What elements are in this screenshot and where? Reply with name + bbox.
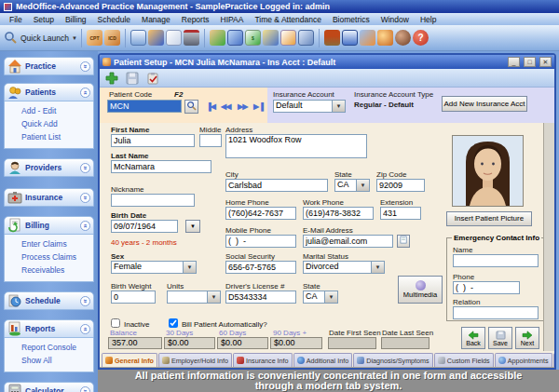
patient-card-icon[interactable]	[130, 30, 146, 46]
work-phone-input[interactable]	[303, 207, 374, 220]
state-select[interactable]: CA	[334, 179, 370, 192]
tab-general-info[interactable]: General Info	[102, 353, 157, 367]
minimize-button[interactable]: _	[508, 57, 520, 67]
menu-setup[interactable]: Setup	[28, 15, 60, 24]
sidebar-item-practice[interactable]: Practice	[4, 57, 94, 75]
sidebar-item-add-edit[interactable]: Add - Edit	[5, 104, 93, 117]
tab-insurance-info[interactable]: Insurance Info	[233, 353, 293, 367]
quick-launch-button[interactable]: Quick Launch ▼	[4, 31, 77, 45]
maximize-button[interactable]: □	[524, 57, 536, 67]
birth-date-input[interactable]	[111, 220, 178, 233]
sidebar-item-enter-claims[interactable]: Enter Claims	[5, 237, 93, 250]
last-name-input[interactable]	[111, 160, 211, 173]
save-toolbar-button[interactable]	[124, 71, 141, 86]
menu-manage[interactable]: Manage	[136, 15, 176, 24]
menu-billing[interactable]: Billing	[60, 15, 92, 24]
email-send-button[interactable]	[397, 235, 410, 248]
help-icon[interactable]: ?	[413, 30, 429, 46]
close-button[interactable]: ✕	[539, 57, 552, 67]
sidebar-item-show-all[interactable]: Show All	[5, 354, 93, 367]
menu-schedule[interactable]: Schedule	[92, 15, 136, 24]
drivers-license-input[interactable]	[225, 291, 296, 304]
network-users-icon[interactable]	[360, 30, 375, 46]
sidebar-item-schedule[interactable]: Schedule	[4, 291, 94, 310]
save-button[interactable]: Save	[488, 327, 512, 349]
city-input[interactable]	[225, 179, 328, 192]
back-button[interactable]: Back	[461, 327, 485, 349]
sidebar-item-reports[interactable]: Reports	[4, 319, 94, 338]
menu-help[interactable]: Help	[415, 15, 442, 24]
menu-file[interactable]: File	[4, 15, 28, 24]
alerts-icon[interactable]	[377, 30, 393, 46]
address-input[interactable]: 1021 Woodfox Row	[225, 134, 367, 158]
sidebar-item-insurance[interactable]: Insurance	[4, 188, 94, 207]
tab-appointments[interactable]: Appointments	[495, 353, 552, 367]
multimedia-button[interactable]: Multimedia	[398, 276, 443, 304]
sidebar-item-patient-list[interactable]: Patient List	[5, 130, 93, 143]
menu-window[interactable]: Window	[375, 15, 415, 24]
sidebar-item-providers[interactable]: Providers	[4, 158, 94, 177]
tab-employer-hold-info[interactable]: Employer/Hold Info	[158, 353, 232, 367]
nickname-input[interactable]	[111, 194, 195, 207]
tab-patient-notes[interactable]: Patient Notes	[553, 353, 556, 367]
chevron-up-icon[interactable]	[80, 88, 90, 98]
next-button[interactable]: Next	[515, 327, 539, 349]
biometrics-icon[interactable]	[395, 30, 411, 46]
add-patient-button[interactable]	[103, 71, 120, 86]
birth-date-dropdown-button[interactable]: ▼	[185, 220, 200, 233]
camera-icon[interactable]	[184, 30, 199, 46]
chevron-down-icon[interactable]	[80, 163, 90, 173]
inactive-checkbox[interactable]	[111, 318, 120, 328]
nav-last-record-button[interactable]: ▶▐	[253, 102, 263, 111]
emergency-phone-input[interactable]	[453, 281, 520, 294]
statements-icon[interactable]: $	[245, 30, 261, 46]
transport-icon[interactable]	[263, 30, 279, 46]
nav-next-record-button[interactable]: ▶▶	[238, 102, 247, 111]
tab-diagnosis-symptoms[interactable]: Diagnosis/Symptoms	[353, 353, 433, 367]
add-new-insurance-button[interactable]: Add New Insurance Acct	[442, 96, 527, 112]
sidebar-item-patients[interactable]: Patients	[4, 83, 94, 101]
icd-codes-icon[interactable]: ICD	[104, 30, 120, 46]
menu-time-attendance[interactable]: Time & Attendance	[249, 15, 327, 24]
nav-first-record-button[interactable]: ▐◀	[206, 102, 215, 111]
sidebar-item-process-claims[interactable]: Process Claims	[5, 250, 93, 264]
emergency-relation-input[interactable]	[453, 306, 539, 319]
sidebar-item-quick-add[interactable]: Quick Add	[5, 117, 93, 130]
email-input[interactable]	[303, 235, 393, 248]
middle-input[interactable]	[199, 134, 222, 147]
menu-biometrics[interactable]: Biometrics	[327, 15, 375, 24]
verify-button[interactable]	[144, 71, 161, 86]
first-name-input[interactable]	[111, 134, 195, 147]
sidebar-item-calculator[interactable]: Calculator	[4, 382, 94, 392]
home-phone-input[interactable]	[225, 207, 296, 220]
messages-icon[interactable]	[148, 30, 164, 46]
dl-state-select[interactable]: CA	[303, 291, 338, 304]
mobile-phone-input[interactable]	[225, 235, 296, 248]
birth-weight-input[interactable]	[111, 291, 156, 304]
insurance-account-select[interactable]: Default	[273, 100, 346, 113]
vertical-scrollbar[interactable]	[543, 123, 554, 351]
extension-input[interactable]	[380, 207, 421, 220]
billing-monitor-icon[interactable]	[227, 30, 243, 46]
sidebar-item-report-console[interactable]: Report Console	[5, 341, 93, 354]
report-clock-icon[interactable]	[280, 30, 296, 46]
sidebar-item-billing[interactable]: Billing	[4, 216, 94, 235]
ssn-input[interactable]	[225, 261, 296, 274]
marital-status-select[interactable]: Divorced	[303, 261, 385, 274]
tab-additional-info[interactable]: Additional Info	[293, 353, 353, 367]
menu-reports[interactable]: Reports	[176, 15, 215, 24]
patient-export-icon[interactable]	[210, 30, 225, 46]
chart-podium-icon[interactable]	[324, 30, 340, 46]
insert-patient-picture-button[interactable]: Insert Patient Picture	[446, 211, 532, 226]
bill-automatically-checkbox[interactable]	[169, 318, 178, 328]
chevron-up-icon[interactable]	[80, 324, 90, 334]
nav-prev-record-button[interactable]: ◀◀	[221, 102, 230, 111]
menu-hipaa[interactable]: HIPAA	[215, 15, 250, 24]
chevron-down-icon[interactable]	[80, 386, 90, 392]
sex-select[interactable]: Female	[111, 261, 197, 274]
cpt-codes-icon[interactable]: CPT	[87, 30, 102, 46]
monitor-icon[interactable]	[342, 30, 358, 46]
calendar-calculator-icon[interactable]	[298, 30, 314, 46]
notes-pen-icon[interactable]	[166, 30, 182, 46]
units-select[interactable]	[167, 291, 221, 304]
